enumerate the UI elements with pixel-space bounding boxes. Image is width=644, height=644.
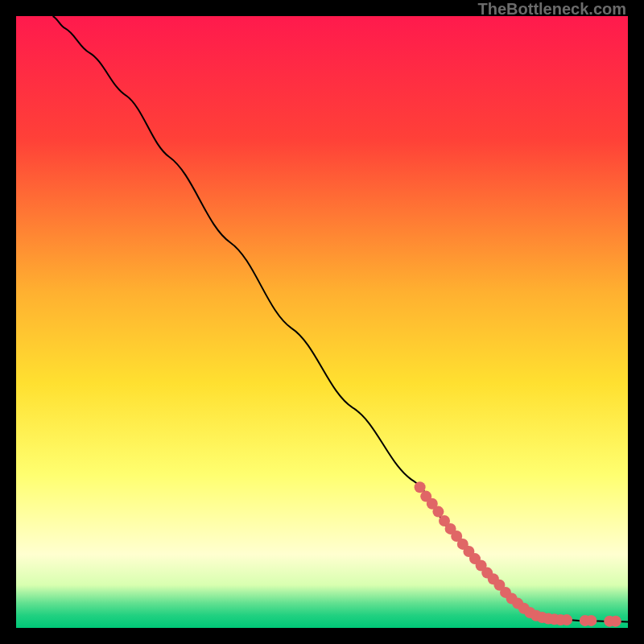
chart-frame xyxy=(16,16,628,628)
watermark-text: TheBottleneck.com xyxy=(478,0,626,19)
data-marker xyxy=(585,615,597,626)
data-marker xyxy=(415,481,426,493)
data-marker xyxy=(432,506,444,518)
chart-svg xyxy=(16,16,628,628)
data-marker xyxy=(610,616,621,627)
data-marker xyxy=(561,614,572,625)
gradient-bg xyxy=(16,16,628,628)
